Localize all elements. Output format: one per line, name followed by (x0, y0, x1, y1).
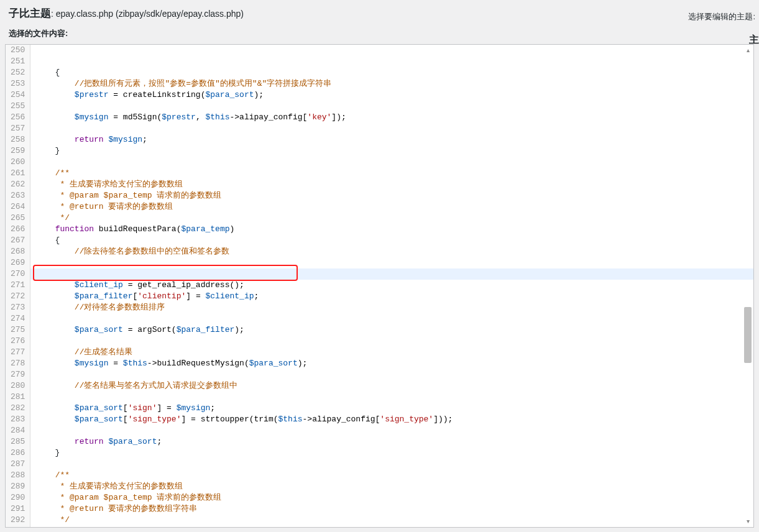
code-line[interactable] (35, 459, 753, 470)
partial-text-glyph: 主 (749, 35, 759, 45)
code-line[interactable] (35, 392, 753, 403)
code-line[interactable]: //把数组所有元素，按照"参数=参数值"的模式用"&"字符拼接成字符串 (35, 78, 753, 89)
code-line[interactable]: $para_sort['sign_type'] = strtoupper(tri… (35, 414, 753, 425)
code-line[interactable]: //生成签名结果 (35, 347, 753, 358)
line-number: 255 (9, 101, 26, 112)
line-number: 260 (9, 157, 26, 168)
line-number: 279 (9, 369, 26, 380)
code-line[interactable]: { (35, 67, 753, 78)
line-number: 277 (9, 347, 26, 358)
code-line[interactable]: /** (35, 470, 753, 481)
line-number: 273 (9, 302, 26, 313)
code-line[interactable] (35, 369, 753, 380)
line-number: 280 (9, 380, 26, 392)
line-number: 278 (9, 358, 26, 369)
code-line[interactable]: } (35, 145, 753, 157)
code-line[interactable]: * @param $para_temp 请求前的参数数组 (35, 190, 753, 201)
file-content-label: 选择的文件内容: (0, 24, 759, 44)
line-number: 276 (9, 336, 26, 347)
line-number: 257 (9, 123, 26, 134)
select-theme-label: 选择要编辑的主题: (688, 11, 755, 22)
line-number: 269 (9, 257, 26, 268)
line-number: 291 (9, 503, 26, 515)
code-line[interactable]: return $mysign; (35, 134, 753, 145)
line-number: 270 (9, 268, 26, 280)
scroll-up-arrow[interactable]: ▴ (743, 46, 752, 55)
code-line[interactable] (35, 123, 753, 134)
code-line[interactable]: return $para_sort; (35, 436, 753, 447)
code-line[interactable]: * @param $para_temp 请求前的参数数组 (35, 492, 753, 503)
code-editor[interactable]: 2502512522532542552562572582592602612622… (5, 44, 754, 528)
line-number: 253 (9, 78, 26, 89)
code-line[interactable]: $client_ip = get_real_ip_address(); (35, 280, 753, 291)
code-line[interactable]: /** (35, 168, 753, 179)
code-line[interactable]: $para_filter['clientip'] = $client_ip; (35, 291, 753, 302)
code-line[interactable] (35, 157, 753, 168)
code-line[interactable] (35, 101, 753, 112)
line-number: 290 (9, 492, 26, 503)
line-number: 274 (9, 313, 26, 324)
line-number: 262 (9, 179, 26, 190)
code-line[interactable]: $mysign = md5Sign($prestr, $this->alipay… (35, 112, 753, 123)
code-line[interactable] (35, 336, 753, 347)
line-number: 254 (9, 89, 26, 101)
line-number: 288 (9, 470, 26, 481)
scroll-down-arrow[interactable]: ▾ (743, 517, 752, 526)
line-number: 292 (9, 515, 26, 526)
code-line[interactable]: $prestr = createLinkstring($para_sort); (35, 89, 753, 101)
line-number: 258 (9, 134, 26, 145)
code-line[interactable]: $mysign = $this->buildRequestMysign($par… (35, 358, 753, 369)
code-content-area[interactable]: { //把数组所有元素，按照"参数=参数值"的模式用"&"字符拼接成字符串 $p… (30, 45, 753, 527)
code-line[interactable]: //除去待签名参数数组中的空值和签名参数 (35, 246, 753, 257)
code-line[interactable]: $para_sort = argSort($para_filter); (35, 324, 753, 336)
line-number: 272 (9, 291, 26, 302)
active-line-highlight (30, 268, 753, 280)
scrollbar-track[interactable]: ▴ ▾ (743, 46, 752, 526)
code-line[interactable]: $para_sort['sign'] = $mysign; (35, 403, 753, 414)
line-number: 275 (9, 324, 26, 336)
code-line[interactable]: */ (35, 213, 753, 224)
scroll-thumb[interactable] (744, 307, 752, 363)
line-number: 267 (9, 235, 26, 246)
line-number: 264 (9, 201, 26, 213)
line-number: 289 (9, 481, 26, 492)
code-line[interactable]: } (35, 447, 753, 459)
code-line[interactable] (35, 313, 753, 324)
code-line[interactable]: * 生成要请求给支付宝的参数数组 (35, 179, 753, 190)
code-line[interactable]: * @return 要请求的参数数组 (35, 201, 753, 213)
code-line[interactable]: * 生成要请求给支付宝的参数数组 (35, 481, 753, 492)
code-line[interactable]: */ (35, 515, 753, 526)
line-number: 250 (9, 45, 26, 56)
line-number: 282 (9, 403, 26, 414)
line-number: 268 (9, 246, 26, 257)
line-number: 285 (9, 436, 26, 447)
line-number-gutter: 2502512522532542552562572582592602612622… (6, 45, 30, 527)
code-line[interactable]: function buildRequestPara($para_temp) (35, 224, 753, 235)
line-number: 284 (9, 425, 26, 436)
line-number: 265 (9, 213, 26, 224)
code-line[interactable]: //签名结果与签名方式加入请求提交参数组中 (35, 380, 753, 392)
code-line[interactable]: { (35, 235, 753, 246)
code-line[interactable] (35, 425, 753, 436)
line-number: 261 (9, 168, 26, 179)
line-number: 256 (9, 112, 26, 123)
line-number: 259 (9, 145, 26, 157)
code-line[interactable]: //对待签名参数数组排序 (35, 302, 753, 313)
line-number: 271 (9, 280, 26, 291)
line-number: 283 (9, 414, 26, 425)
line-number: 251 (9, 56, 26, 67)
line-number: 263 (9, 190, 26, 201)
line-number: 287 (9, 459, 26, 470)
code-line[interactable] (35, 257, 753, 268)
line-number: 281 (9, 392, 26, 403)
line-number: 286 (9, 447, 26, 459)
line-number: 266 (9, 224, 26, 235)
code-line[interactable]: function buildRequestParaToString($para_… (35, 526, 753, 527)
code-line[interactable]: * @return 要请求的参数数组字符串 (35, 503, 753, 515)
line-number: 252 (9, 67, 26, 78)
page-title-file: : epay.class.php (zibpay/sdk/epay/epay.c… (51, 9, 244, 19)
page-title-prefix: 子比主题 (9, 7, 51, 19)
